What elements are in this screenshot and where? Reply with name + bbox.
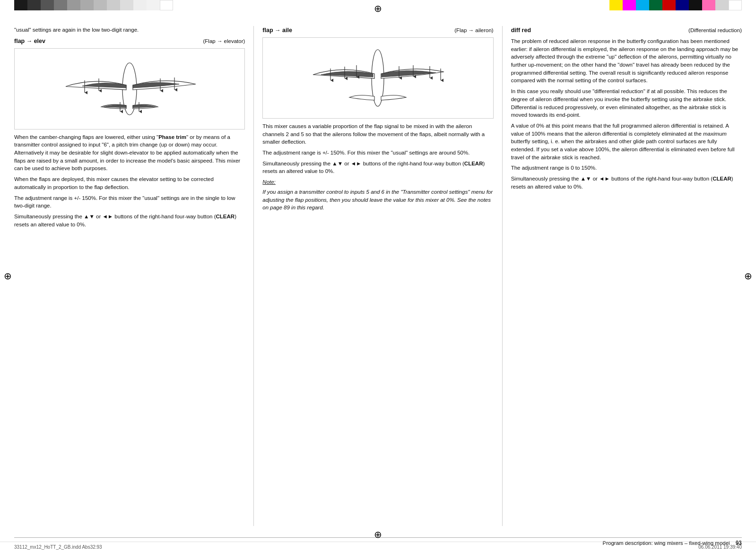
col1-body1: When the camber-changing flaps are lower…	[14, 133, 245, 172]
bottom-bar: 33112_mx12_HoTT_2_GB.indd Abs32:93 06.06…	[0, 542, 756, 552]
col1-subtitle: (Flap → elevator)	[203, 37, 245, 45]
col3-maximum: maximum	[703, 131, 727, 137]
bottom-crosshair: ⊕	[374, 529, 382, 540]
col3-body2: In this case you really should use "diff…	[511, 87, 742, 119]
col2-body3: Simultaneously pressing the ▲▼ or ◄► but…	[262, 160, 493, 175]
col1-body2: When the flaps are deployed, this mixer …	[14, 175, 245, 191]
column-2: flap → aile (Flap → aileron)	[253, 26, 502, 526]
col1-phase-trim: Phase trim	[158, 134, 186, 140]
col1-or: or	[96, 214, 101, 219]
col1-body3: The adjustment range is +/- 150%. For th…	[14, 194, 245, 210]
col2-section-header: flap → aile (Flap → aileron)	[262, 26, 493, 34]
bottom-bar-left: 33112_mx12_HoTT_2_GB.indd Abs32:93	[14, 544, 102, 550]
col3-body3: A value of 0% at this point means that t…	[511, 122, 742, 161]
col3-section-header: diff red (Differential reduction)	[511, 26, 742, 34]
top-crosshair: ⊕	[374, 3, 382, 14]
col1-aircraft-image	[14, 48, 245, 129]
col3-clear: CLEAR	[713, 176, 731, 181]
col2-note-menu: "Transmitter control settings"	[400, 189, 469, 195]
col2-body2: The adjustment range is +/- 150%. For th…	[262, 149, 493, 157]
col2-note-text: If you assign a transmitter control to i…	[262, 188, 493, 212]
right-crosshair: ⊕	[744, 270, 752, 282]
col2-subtitle: (Flap → aileron)	[454, 26, 493, 34]
col3-or: or	[593, 176, 598, 181]
col1-clear: CLEAR	[216, 214, 235, 219]
col1-title: flap → elev	[14, 37, 45, 45]
column-3: diff red (Differential reduction) The pr…	[502, 26, 742, 526]
col2-note-label: Note:	[262, 178, 493, 186]
col3-title: diff red	[511, 26, 531, 34]
col2-clear: CLEAR	[464, 161, 483, 166]
col3-subtitle: (Differential reduction)	[688, 26, 742, 34]
col2-title: flap → aile	[262, 26, 292, 34]
col3-body5: Simultaneously pressing the ▲▼ or ◄► but…	[511, 175, 742, 190]
col2-aircraft-image	[262, 37, 493, 119]
col1-intro: "usual" settings are again in the low tw…	[14, 26, 245, 34]
bottom-bar-right: 06.06.2011 19:39:40	[698, 544, 742, 550]
col3-body1: The problem of reduced aileron response …	[511, 37, 742, 85]
col2-or: or	[344, 161, 349, 166]
col3-body4: The adjustment range is 0 to 150%.	[511, 164, 742, 172]
column-1: "usual" settings are again in the low tw…	[14, 26, 253, 526]
col1-section-header: flap → elev (Flap → elevator)	[14, 37, 245, 45]
col1-body4: Simultaneously pressing the ▲▼ or ◄► but…	[14, 213, 245, 228]
col2-body1: This mixer causes a variable proportion …	[262, 122, 493, 146]
left-crosshair: ⊕	[4, 270, 12, 282]
